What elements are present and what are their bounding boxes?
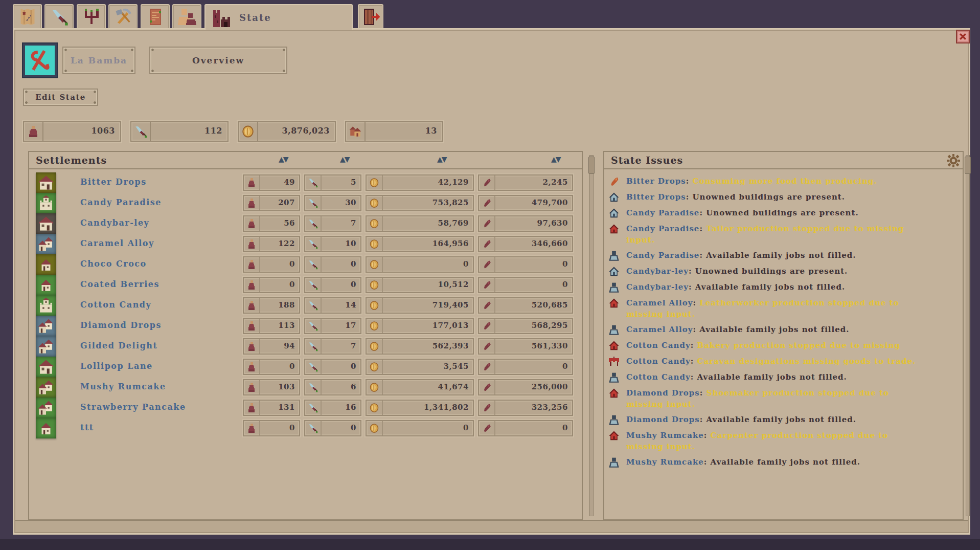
settlement-row[interactable]: Strawberry Pancake 131 16 1,341,802 323,…	[29, 398, 582, 418]
issue-settlement-name[interactable]: Cotton Candy	[626, 372, 691, 382]
tab-state[interactable]: State	[204, 4, 353, 30]
tab-population[interactable]	[172, 4, 201, 29]
settlement-name[interactable]: Candy Paradise	[80, 197, 162, 207]
settlement-name[interactable]: Mushy Rumcake	[80, 382, 166, 391]
issue-settlement-name[interactable]: Caramel Alloy	[626, 325, 693, 334]
issue-settlement-name[interactable]: Cotton Candy	[626, 357, 691, 366]
issue-separator: :	[699, 224, 706, 233]
tab-production[interactable]	[108, 4, 138, 29]
issue-row[interactable]: Diamond Drops: Available family jobs not…	[607, 412, 961, 428]
issue-row[interactable]: Mushy Rumcake: Available family jobs not…	[607, 454, 961, 470]
settlement-row[interactable]: Diamond Drops 113 17 177,013 568,295	[29, 316, 582, 336]
settlement-name[interactable]: Candybar-ley	[80, 218, 149, 228]
sort-food-button[interactable]: ▲▼	[551, 155, 560, 163]
settlement-name[interactable]: Caramel Alloy	[80, 238, 154, 248]
settlement-tile-icon[interactable]	[36, 295, 56, 316]
settlement-row[interactable]: Coated Berries 0 0 10,512 0	[29, 275, 582, 295]
settlement-tile-icon[interactable]	[36, 254, 56, 275]
settlement-tile-icon[interactable]	[36, 336, 56, 357]
issue-settlement-name[interactable]: Bitter Drops	[626, 177, 686, 186]
issues-scrollbar-thumb[interactable]	[965, 157, 971, 174]
settlement-row[interactable]: Caramel Alloy 122 10 164,956 346,660	[29, 234, 582, 254]
settlement-row[interactable]: Choco Croco 0 0 0 0	[29, 254, 582, 275]
sort-military-button[interactable]: ▲▼	[340, 155, 349, 163]
production-stopped-icon	[608, 224, 620, 235]
issue-settlement-name[interactable]: Caramel Alloy	[626, 298, 693, 307]
settlement-name[interactable]: Bitter Drops	[80, 177, 147, 187]
issues-scrollbar[interactable]	[966, 155, 970, 516]
issue-settlement-name[interactable]: Candy Paradise	[626, 208, 699, 217]
sort-population-button[interactable]: ▲▼	[279, 155, 288, 163]
settlements-scrollbar-thumb[interactable]	[588, 157, 595, 174]
issue-settlement-name[interactable]: Candybar-ley	[626, 282, 689, 292]
issue-row[interactable]: Diamond Drops: Shoemaker production stop…	[607, 385, 961, 412]
issue-settlement-name[interactable]: Mushy Rumcake	[626, 431, 704, 440]
issue-row[interactable]: Caramel Alloy: Available family jobs not…	[607, 322, 961, 338]
issue-row[interactable]: Candy Paradise: Tailor production stoppe…	[607, 221, 961, 248]
tab-ledger[interactable]	[141, 4, 170, 29]
tab-family-tree[interactable]	[77, 4, 106, 29]
settlement-tile-icon[interactable]	[36, 172, 56, 193]
state-emblem[interactable]	[23, 43, 57, 77]
tab-exit[interactable]	[358, 4, 383, 29]
settlement-row[interactable]: Candy Paradise 207 30 753,825 479,700	[29, 193, 582, 213]
settlement-row[interactable]: Lollipop Lane 0 0 3,545 0	[29, 357, 582, 377]
close-button[interactable]	[956, 30, 970, 43]
settlement-name[interactable]: ttt	[80, 423, 94, 432]
issue-row[interactable]: Candybar-ley: Available family jobs not …	[607, 279, 961, 295]
issue-settlement-name[interactable]: Diamond Drops	[626, 388, 700, 398]
settlement-row[interactable]: Gilded Delight 94 7 562,393 561,330	[29, 336, 582, 357]
settlement-gold-value: 164,956	[383, 237, 473, 251]
issue-row[interactable]: Cotton Candy: Caravan designations missi…	[607, 354, 961, 369]
settlement-tile-icon[interactable]	[36, 357, 56, 377]
settlement-name[interactable]: Diamond Drops	[80, 320, 162, 330]
settlement-name[interactable]: Coated Berries	[80, 279, 159, 289]
issue-row[interactable]: Cotton Candy: Bakery production stopped …	[607, 338, 961, 354]
issue-settlement-name[interactable]: Diamond Drops	[626, 415, 700, 424]
issue-text: Caramel Alloy: Available family jobs not…	[626, 324, 925, 335]
settlement-row[interactable]: Cotton Candy 188 14 719,405 520,685	[29, 295, 582, 316]
issue-settlement-name[interactable]: Candybar-ley	[626, 267, 689, 276]
tab-military[interactable]	[44, 4, 74, 29]
settlement-row[interactable]: ttt 0 0 0 0	[29, 418, 582, 438]
settlement-name[interactable]: Gilded Delight	[80, 341, 157, 350]
issue-settlement-name[interactable]: Candy Paradise	[626, 224, 699, 233]
settlement-tile-icon[interactable]	[36, 213, 56, 234]
issue-row[interactable]: Caramel Alloy: Leatherworker production …	[607, 295, 961, 322]
settlement-row[interactable]: Bitter Drops 49 5 42,129 2,245	[29, 172, 582, 193]
settlement-name[interactable]: Choco Croco	[80, 259, 147, 269]
settlement-population-cell: 56	[243, 215, 300, 232]
settlement-name[interactable]: Lollipop Lane	[80, 361, 153, 371]
settlement-tile-icon[interactable]	[36, 418, 56, 438]
settlement-food-cell: 561,330	[478, 338, 573, 355]
settlement-tile-icon[interactable]	[36, 193, 56, 213]
issue-row[interactable]: Cotton Candy: Available family jobs not …	[607, 369, 961, 385]
issue-settlement-name[interactable]: Mushy Rumcake	[626, 457, 704, 467]
issue-settlement-name[interactable]: Bitter Drops	[626, 192, 686, 202]
sort-gold-button[interactable]: ▲▼	[437, 155, 446, 163]
issue-settlement-name[interactable]: Candy Paradise	[626, 251, 699, 260]
edit-state-button[interactable]: Edit State	[23, 89, 98, 106]
issue-row[interactable]: Mushy Rumcake: Carpenter production stop…	[607, 428, 961, 454]
settlement-tile-icon[interactable]	[36, 275, 56, 295]
overview-button[interactable]: Overview	[149, 47, 287, 74]
settlement-tile-icon[interactable]	[36, 398, 56, 418]
issue-row[interactable]: Candybar-ley: Unowned buildings are pres…	[607, 263, 961, 279]
settlement-name[interactable]: Cotton Candy	[80, 300, 151, 310]
issue-row[interactable]: Bitter Drops: Consuming more food then p…	[607, 173, 961, 189]
tab-map[interactable]	[13, 4, 42, 29]
settlement-tile-icon[interactable]	[36, 377, 56, 398]
settlement-row[interactable]: Mushy Rumcake 103 6 41,674 256,000	[29, 377, 582, 398]
settlement-tile-icon[interactable]	[36, 234, 56, 254]
settlement-tile-icon[interactable]	[36, 316, 56, 336]
issues-settings-button[interactable]	[947, 154, 960, 167]
state-name-button[interactable]: La Bamba	[62, 47, 135, 74]
settlement-food-value: 346,660	[495, 237, 572, 251]
issue-row[interactable]: Candy Paradise: Unowned buildings are pr…	[607, 205, 961, 221]
settlement-row[interactable]: Candybar-ley 56 7 58,769 97,630	[29, 213, 582, 234]
settlements-scrollbar[interactable]	[589, 155, 594, 516]
issue-row[interactable]: Candy Paradise: Available family jobs no…	[607, 248, 961, 263]
issue-row[interactable]: Bitter Drops: Unowned buildings are pres…	[607, 189, 961, 205]
settlement-name[interactable]: Strawberry Pancake	[80, 402, 186, 412]
issue-settlement-name[interactable]: Cotton Candy	[626, 341, 691, 350]
